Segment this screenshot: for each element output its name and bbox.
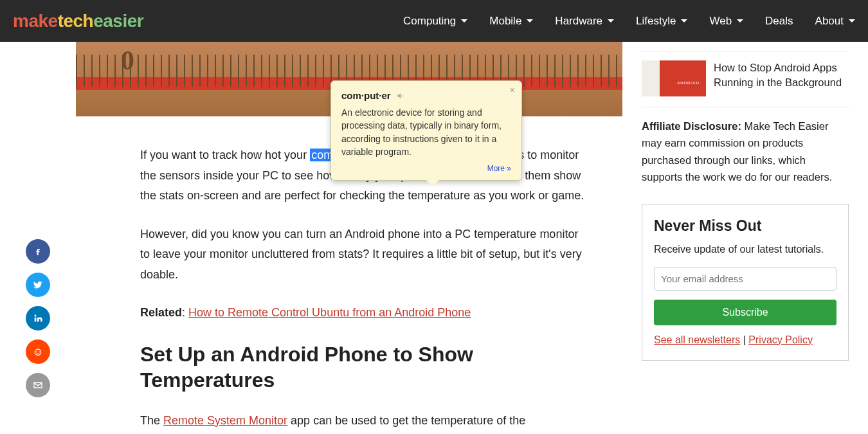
share-facebook-button[interactable] [26, 239, 50, 264]
share-twitter-button[interactable] [26, 273, 50, 297]
nav-item-computing[interactable]: Computing [403, 15, 467, 28]
article-body: If you want to track how hot your comput… [140, 145, 590, 431]
top-nav: maketecheasier ComputingMobileHardwareLi… [0, 0, 868, 42]
affiliate-disclosure: Affiliate Disclosure: Make Tech Easier m… [642, 118, 849, 186]
tooltip-more-link[interactable]: More » [487, 164, 511, 173]
site-logo[interactable]: maketecheasier [13, 11, 143, 32]
sidebar: ANDROID How to Stop Android Apps Running… [642, 42, 868, 434]
email-field[interactable] [654, 267, 836, 291]
app-link[interactable]: Remote System Monitor [163, 414, 287, 427]
see-all-newsletters-link[interactable]: See all newsletters [654, 334, 740, 345]
nav-item-deals[interactable]: Deals [765, 15, 793, 28]
chevron-down-icon [737, 19, 743, 23]
share-linkedin-button[interactable] [26, 306, 50, 330]
chevron-down-icon [681, 19, 687, 23]
article-p2: However, did you know you can turn an An… [140, 224, 590, 285]
svg-point-0 [35, 349, 41, 355]
newsletter-links: See all newsletters | Privacy Policy [654, 334, 836, 346]
nav-item-lifestyle[interactable]: Lifestyle [636, 15, 687, 28]
privacy-policy-link[interactable]: Privacy Policy [748, 334, 813, 345]
chevron-down-icon [527, 19, 533, 23]
share-reddit-button[interactable] [26, 339, 50, 364]
dictionary-tooltip: × com·put·er An electronic device for st… [330, 80, 522, 181]
chevron-down-icon [608, 19, 614, 23]
speaker-icon[interactable] [396, 91, 405, 100]
nav-item-about[interactable]: About [815, 15, 855, 28]
nav-items: ComputingMobileHardwareLifestyleWebDeals… [403, 15, 855, 28]
logo-part-1: make [13, 11, 58, 31]
newsletter-box: Never Miss Out Receive update of our lat… [642, 204, 849, 361]
newsletter-heading: Never Miss Out [654, 217, 836, 235]
article-p3: The Remote System Monitor app can be use… [140, 411, 590, 431]
sidebar-thumb: ANDROID [642, 60, 706, 96]
newsletter-sub: Receive update of our latest tutorials. [654, 244, 836, 255]
chevron-down-icon [461, 19, 467, 23]
sidebar-item-title: How to Stop Android Apps Running in the … [714, 60, 849, 96]
tooltip-more: More » [341, 162, 511, 174]
chevron-down-icon [849, 19, 855, 23]
subscribe-button[interactable]: Subscribe [654, 300, 836, 325]
nav-item-mobile[interactable]: Mobile [489, 15, 533, 28]
main-column: 0 × com·put·er An electronic device for … [76, 42, 642, 434]
nav-item-web[interactable]: Web [709, 15, 743, 28]
share-column [0, 42, 76, 434]
svg-point-1 [36, 351, 37, 352]
tooltip-definition: An electronic device for storing and pro… [341, 106, 511, 158]
tooltip-word-row: com·put·er [341, 90, 511, 101]
related-link[interactable]: How to Remote Control Ubuntu from an And… [188, 306, 471, 319]
logo-part-2: tech [58, 11, 94, 31]
nav-item-hardware[interactable]: Hardware [555, 15, 614, 28]
sidebar-article-item[interactable]: ANDROID How to Stop Android Apps Running… [642, 51, 849, 107]
close-icon[interactable]: × [510, 85, 515, 95]
share-email-button[interactable] [26, 373, 50, 397]
logo-part-3: easier [93, 11, 143, 31]
tooltip-word: com·put·er [341, 90, 391, 101]
article-related: Related: How to Remote Control Ubuntu fr… [140, 303, 590, 323]
article-heading: Set Up an Android Phone to Show Temperat… [140, 341, 590, 393]
svg-point-2 [39, 351, 40, 352]
